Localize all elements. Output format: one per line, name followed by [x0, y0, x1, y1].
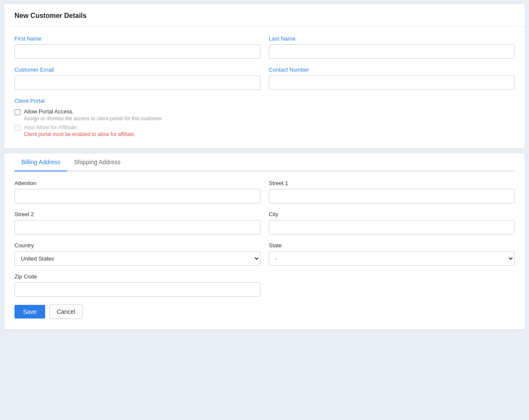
zip-group: Zip Code	[14, 273, 260, 297]
last-name-input[interactable]	[269, 44, 515, 59]
contact-row: Customer Email Contact Number	[14, 67, 515, 90]
allow-portal-text: Allow Portal Access.	[24, 108, 163, 115]
tab-shipping[interactable]: Shipping Address	[67, 154, 127, 171]
last-name-group: Last Name	[269, 35, 515, 59]
country-group: Country United States Canada United King…	[14, 242, 260, 266]
actions-row: Save Cancel	[14, 304, 515, 319]
tabs-container: Billing Address Shipping Address	[4, 154, 525, 171]
customer-details-body: First Name Last Name Customer Email Cont…	[4, 27, 525, 148]
customer-details-card: New Customer Details First Name Last Nam…	[4, 4, 525, 148]
billing-address-content: Attention Street 1 Street 2 City Country	[4, 180, 525, 329]
street2-label: Street 2	[14, 211, 260, 217]
allow-affiliate-label-group: Also Allow for Affiliate. Client portal …	[24, 124, 136, 137]
email-input[interactable]	[14, 75, 260, 90]
address-card: Billing Address Shipping Address Attenti…	[4, 154, 525, 329]
country-select[interactable]: United States Canada United Kingdom Aust…	[14, 251, 260, 266]
address-tabs: Billing Address Shipping Address	[14, 154, 515, 171]
street2-input[interactable]	[14, 220, 260, 235]
allow-affiliate-row: Also Allow for Affiliate. Client portal …	[14, 124, 515, 137]
zip-label: Zip Code	[14, 273, 260, 280]
street1-label: Street 1	[269, 180, 515, 186]
zip-row: Zip Code	[14, 273, 515, 297]
city-group: City	[269, 211, 515, 235]
allow-affiliate-checkbox[interactable]	[14, 125, 20, 131]
attention-group: Attention	[14, 180, 260, 203]
first-name-group: First Name	[14, 35, 260, 59]
card-header: New Customer Details	[4, 4, 525, 27]
state-label: State	[269, 242, 515, 249]
first-name-label: First Name	[14, 35, 260, 42]
save-button[interactable]: Save	[14, 305, 45, 319]
contact-label: Contact Number	[269, 67, 515, 73]
client-portal-label: Client Portal	[14, 98, 515, 104]
cancel-button[interactable]: Cancel	[49, 304, 83, 319]
attention-input[interactable]	[14, 189, 260, 203]
attention-street1-row: Attention Street 1	[14, 180, 515, 203]
client-portal-section: Client Portal Allow Portal Access. Assig…	[14, 98, 515, 137]
state-select[interactable]: - Alabama Alaska Arizona California Colo…	[269, 251, 515, 266]
first-name-input[interactable]	[14, 44, 260, 59]
allow-portal-checkbox[interactable]	[14, 109, 20, 115]
country-state-row: Country United States Canada United King…	[14, 242, 515, 266]
street2-city-row: Street 2 City	[14, 211, 515, 235]
zip-input[interactable]	[14, 282, 260, 297]
street2-group: Street 2	[14, 211, 260, 235]
city-input[interactable]	[269, 220, 515, 235]
allow-affiliate-error: Client portal must be enabled to allow f…	[24, 131, 136, 137]
attention-label: Attention	[14, 180, 260, 186]
email-label: Customer Email	[14, 67, 260, 73]
contact-group: Contact Number	[269, 67, 515, 90]
allow-portal-label-group: Allow Portal Access. Assign or dismiss t…	[24, 108, 163, 122]
allow-affiliate-text: Also Allow for Affiliate.	[24, 124, 136, 130]
street1-group: Street 1	[269, 180, 515, 203]
email-group: Customer Email	[14, 67, 260, 90]
allow-portal-hint: Assign or dismiss the access to client p…	[24, 116, 163, 122]
tab-billing[interactable]: Billing Address	[14, 154, 67, 171]
state-group: State - Alabama Alaska Arizona Californi…	[269, 242, 515, 266]
last-name-label: Last Name	[269, 35, 515, 42]
city-label: City	[269, 211, 515, 217]
contact-input[interactable]	[269, 75, 515, 90]
page-title: New Customer Details	[14, 12, 87, 19]
name-row: First Name Last Name	[14, 35, 515, 59]
country-label: Country	[14, 242, 260, 249]
allow-portal-row: Allow Portal Access. Assign or dismiss t…	[14, 108, 515, 122]
street1-input[interactable]	[269, 189, 515, 203]
